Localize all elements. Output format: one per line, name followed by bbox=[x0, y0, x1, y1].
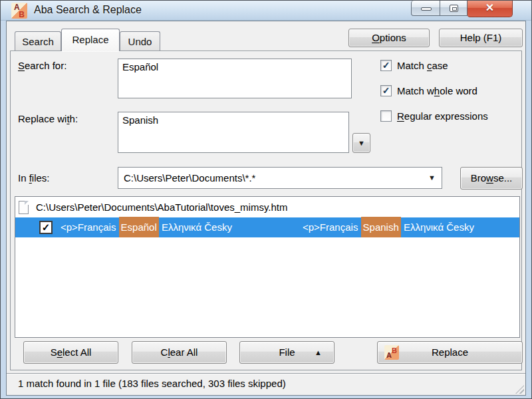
match-checkbox[interactable]: ✓ bbox=[39, 221, 53, 234]
close-icon: ✕ bbox=[467, 1, 512, 14]
chevron-down-icon: ▼ bbox=[428, 168, 436, 188]
window-controls: ✕ bbox=[411, 1, 513, 17]
help-button[interactable]: Help (F1) bbox=[439, 29, 523, 47]
checkbox-icon: ✓ bbox=[380, 60, 392, 71]
maximize-icon bbox=[450, 5, 458, 12]
chevron-down-icon: ▼ bbox=[353, 139, 370, 147]
results-list[interactable]: C:\Users\Peter\Documents\AbaTutorial\tov… bbox=[15, 196, 520, 338]
regular-expressions-label: Regular expressions bbox=[397, 110, 488, 122]
checkbox-icon bbox=[380, 110, 392, 122]
replace-history-button[interactable]: ▼ bbox=[352, 133, 370, 153]
app-window: A B Aba Search & Replace ✕ Search Replac… bbox=[0, 0, 532, 399]
match-whole-word-label: Match whole word bbox=[397, 85, 477, 96]
select-all-button[interactable]: Select All bbox=[23, 341, 118, 364]
replace-with-input[interactable]: Spanish bbox=[118, 112, 349, 153]
status-bar: 1 match found in 1 file (183 files searc… bbox=[7, 373, 525, 395]
in-files-value: C:\Users\Peter\Documents\*.* bbox=[124, 172, 255, 184]
app-icon-letter-b: B bbox=[19, 10, 25, 19]
match-case-checkbox[interactable]: ✓ Match case bbox=[380, 60, 448, 71]
resize-grip-icon[interactable] bbox=[515, 385, 524, 394]
browse-button[interactable]: Browse... bbox=[460, 167, 523, 190]
clear-all-button[interactable]: Clear All bbox=[132, 341, 227, 364]
maximize-button[interactable] bbox=[440, 1, 467, 16]
tab-replace[interactable]: Replace bbox=[61, 29, 120, 51]
tab-search[interactable]: Search bbox=[15, 31, 61, 51]
chevron-up-icon: ▲ bbox=[315, 342, 322, 363]
tab-undo[interactable]: Undo bbox=[120, 31, 160, 51]
replace-button-label: Replace bbox=[432, 346, 468, 358]
in-files-combobox[interactable]: C:\Users\Peter\Documents\*.* ▼ bbox=[118, 167, 442, 189]
file-menu-label: File bbox=[279, 346, 295, 358]
result-file-row[interactable]: C:\Users\Peter\Documents\AbaTutorial\tov… bbox=[15, 197, 519, 217]
app-icon: A B bbox=[11, 3, 27, 19]
result-match-row[interactable]: ✓ <p>Français Español Ελληνικά Česky <p>… bbox=[15, 217, 519, 237]
minimize-icon bbox=[421, 7, 432, 11]
options-button[interactable]: Options bbox=[348, 29, 430, 47]
in-files-label: In files: bbox=[18, 172, 50, 184]
titlebar[interactable]: A B Aba Search & Replace ✕ bbox=[1, 1, 531, 21]
status-text: 1 match found in 1 file (183 files searc… bbox=[18, 378, 286, 389]
file-menu-button[interactable]: File ▲ bbox=[239, 341, 334, 364]
dialog-body: Search Replace Undo Options Help (F1) Se… bbox=[6, 21, 526, 396]
close-button[interactable]: ✕ bbox=[467, 1, 513, 17]
search-for-label: Search for: bbox=[18, 60, 66, 71]
match-whole-word-checkbox[interactable]: ✓ Match whole word bbox=[380, 85, 477, 96]
search-for-input[interactable]: Español bbox=[118, 59, 352, 98]
replace-ab-icon: A B bbox=[384, 345, 399, 360]
result-file-path: C:\Users\Peter\Documents\AbaTutorial\tov… bbox=[36, 201, 287, 213]
match-after-text: <p>Français Spanish Ελληνικά Česky bbox=[303, 217, 474, 237]
replace-with-label: Replace with: bbox=[18, 113, 78, 124]
match-before-text: <p>Français Español Ελληνικά Česky bbox=[61, 217, 232, 237]
window-title: Aba Search & Replace bbox=[34, 4, 142, 16]
match-highlight-after: Spanish bbox=[361, 217, 401, 237]
regular-expressions-checkbox[interactable]: Regular expressions bbox=[380, 110, 488, 122]
match-highlight-before: Español bbox=[119, 217, 159, 237]
match-case-label: Match case bbox=[397, 60, 448, 71]
help-label: Help (F1) bbox=[460, 32, 502, 43]
checkbox-icon: ✓ bbox=[380, 85, 392, 96]
document-icon bbox=[19, 201, 29, 214]
minimize-button[interactable] bbox=[411, 1, 440, 16]
replace-button[interactable]: A B Replace bbox=[377, 341, 523, 364]
